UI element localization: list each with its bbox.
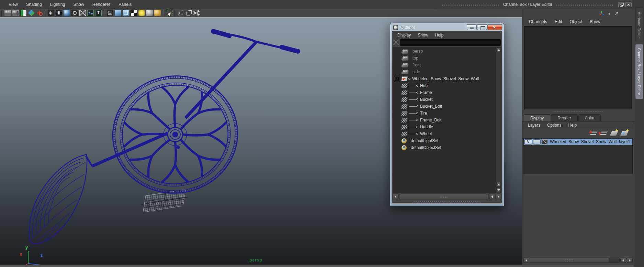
menu-layers[interactable]: Layers — [525, 122, 543, 128]
menu-object[interactable]: Object — [566, 19, 585, 25]
collapse-expander-icon[interactable] — [395, 77, 399, 81]
scroll-track[interactable] — [399, 194, 488, 199]
tree-item[interactable]: front — [393, 62, 496, 68]
dock-undock-button[interactable] — [618, 2, 624, 7]
tree-item[interactable]: defaultObjectSet — [393, 144, 496, 151]
tree-item[interactable]: Wheeled_Snow_Shovel_Snow_Wolf — [393, 75, 496, 82]
panel-grip[interactable] — [1, 10, 3, 16]
tree-item[interactable]: Hub — [393, 82, 496, 89]
menu-shading[interactable]: Shading — [22, 1, 46, 8]
menu-panels[interactable]: Panels — [115, 1, 135, 8]
panel-splitter[interactable] — [553, 109, 603, 114]
tree-item[interactable]: side — [393, 68, 496, 75]
wireframe-display-icon[interactable] — [48, 10, 54, 16]
hyperbolic-slider-icon[interactable]: ↗ — [614, 11, 619, 16]
outliner-search-input[interactable] — [400, 39, 501, 46]
window-resize-grip[interactable] — [413, 200, 481, 203]
tree-item[interactable]: Frame_Bolt — [393, 117, 496, 124]
tree-item[interactable]: Bucket_Bolt — [393, 103, 496, 110]
menu-show[interactable]: Show — [70, 1, 88, 8]
shaded-display-icon[interactable] — [64, 10, 70, 16]
scroll-left-button[interactable] — [523, 258, 529, 263]
image-plane-icon[interactable] — [28, 10, 35, 16]
scroll-thumb[interactable] — [399, 194, 488, 199]
field-chart-icon[interactable] — [87, 10, 94, 16]
camera-move-tool-icon[interactable] — [36, 10, 43, 16]
layer-visibility-toggle[interactable]: V — [524, 139, 532, 145]
menu-renderer[interactable]: Renderer — [89, 1, 114, 8]
camera-attributes-icon[interactable] — [12, 10, 19, 16]
shaded-cube-icon[interactable] — [115, 10, 121, 16]
scroll-left-button[interactable] — [620, 258, 626, 263]
menu-options[interactable]: Options — [544, 122, 564, 128]
tab-channel-box-layer-editor[interactable]: Channel Box / Layer Editor — [635, 44, 643, 99]
layer-color-swatch[interactable] — [542, 139, 548, 144]
close-button[interactable] — [487, 24, 502, 30]
maximize-button[interactable] — [477, 24, 487, 30]
scroll-down-button[interactable] — [496, 188, 501, 192]
menu-display[interactable]: Display — [394, 32, 414, 38]
wireframe-on-shaded-icon[interactable] — [123, 10, 129, 16]
smooth-shade-icon[interactable] — [71, 10, 78, 16]
toolbar-separator[interactable] — [162, 10, 165, 16]
menu-help-le[interactable]: Help — [565, 122, 579, 128]
scroll-left-button[interactable] — [489, 194, 495, 199]
dock-drag-handle[interactable] — [556, 3, 614, 6]
tree-item[interactable]: Frame — [393, 89, 496, 96]
textured-display-icon[interactable] — [131, 10, 137, 16]
tree-item[interactable]: Wheel — [393, 130, 496, 137]
selection-highlight-icon[interactable] — [166, 10, 172, 16]
dock-drag-handle[interactable] — [442, 3, 500, 6]
channel-box-empty-area[interactable] — [524, 26, 632, 109]
default-material-icon[interactable] — [146, 10, 153, 16]
tab-attribute-editor[interactable]: Attribute Editor — [635, 8, 643, 42]
scroll-track[interactable] — [530, 258, 620, 263]
textured-material-icon[interactable] — [154, 10, 161, 16]
move-layer-down-icon[interactable] — [600, 131, 608, 136]
speed-toggle-icon[interactable]: ◐ — [608, 11, 611, 16]
toolbar-separator[interactable] — [174, 10, 176, 16]
scroll-up-button[interactable] — [496, 47, 501, 52]
tree-item[interactable]: defaultLightSet — [393, 137, 496, 144]
tab-render[interactable]: Render — [551, 114, 577, 121]
toolbar-separator[interactable] — [103, 10, 105, 16]
menu-show[interactable]: Show — [415, 32, 431, 38]
layer-list-empty-area[interactable] — [523, 145, 633, 174]
scroll-thumb[interactable] — [530, 258, 609, 263]
bookmark-icon[interactable] — [20, 10, 27, 16]
use-all-lights-icon[interactable] — [138, 10, 145, 16]
menu-help[interactable]: Help — [432, 32, 447, 38]
layer-row-selected[interactable]: V Wheeled_Snow_Shovel_Snow_Wolf_layer1 — [523, 138, 633, 145]
view-overlap-icon[interactable] — [185, 10, 192, 16]
menu-view[interactable]: View — [5, 1, 22, 8]
layer-playback-toggle[interactable] — [533, 139, 541, 145]
scroll-left-button[interactable] — [393, 194, 398, 199]
resolution-gate-icon[interactable] — [79, 10, 86, 16]
menu-show-cb[interactable]: Show — [587, 19, 603, 25]
outliner-titlebar[interactable]: Outliner — [392, 23, 502, 31]
toolbar-separator[interactable] — [44, 10, 46, 16]
scroll-right-button[interactable] — [627, 258, 633, 263]
view-camera-icon[interactable] — [4, 10, 11, 16]
outliner-tree[interactable]: persp top — [393, 47, 496, 193]
tree-item[interactable]: Handle — [393, 124, 496, 130]
tree-item[interactable]: Bucket — [393, 96, 496, 103]
tree-item[interactable]: persp — [393, 48, 496, 55]
menu-edit[interactable]: Edit — [552, 19, 565, 25]
film-gate-icon[interactable] — [56, 10, 62, 16]
isolate-select-icon[interactable] — [178, 10, 184, 16]
share-views-icon[interactable] — [193, 10, 200, 16]
dock-close-button[interactable] — [625, 2, 632, 7]
menu-lighting[interactable]: Lighting — [46, 1, 69, 8]
move-layer-up-icon[interactable] — [589, 131, 598, 136]
tab-anim[interactable]: Anim — [578, 114, 601, 121]
safe-title-icon[interactable] — [95, 10, 102, 16]
tree-item[interactable]: top — [393, 55, 496, 62]
new-layer-from-selected-icon[interactable] — [620, 131, 629, 136]
tree-item[interactable]: Tire — [393, 110, 496, 117]
wireframe-cube-icon[interactable] — [107, 10, 113, 16]
minimize-button[interactable] — [467, 24, 477, 30]
scroll-up-button[interactable] — [496, 182, 501, 187]
tab-display[interactable]: Display — [524, 114, 550, 121]
scroll-track[interactable] — [496, 53, 501, 181]
